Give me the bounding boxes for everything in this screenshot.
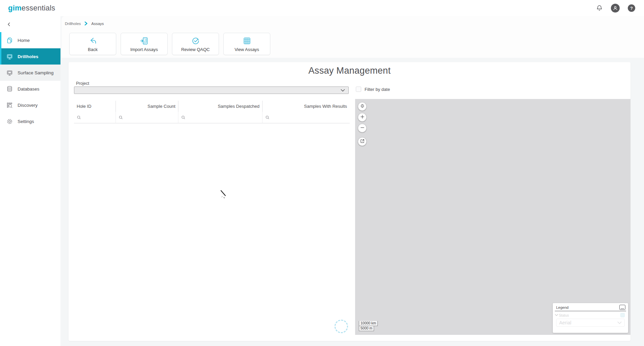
chevron-right-icon [84,21,88,26]
legend-status-label: Status [559,313,620,317]
column-header-sample-count[interactable]: Sample Count [116,101,178,112]
content-area: Drillholes Assays Back [60,16,644,346]
header-card: Drillholes Assays Back [61,16,644,58]
map-scale-km: 10000 km [359,321,378,326]
gear-icon [5,117,14,125]
review-qaqc-button[interactable]: Review QAQC [172,33,219,55]
filter-cell [178,112,262,123]
column-header-hole-id[interactable]: Hole ID [74,101,116,112]
sidebar-item-home[interactable]: Home [0,32,60,48]
app-logo: gimessentials [8,4,55,13]
filter-cell [74,112,116,123]
sidebar: Home Drillholes Surface Sampling [0,16,60,346]
minus-icon [360,125,365,131]
table-filter-row [74,112,350,123]
chevron-left-icon [6,21,12,28]
hole-id-search-input[interactable] [82,115,113,120]
grid-search-icon [5,101,14,109]
sidebar-item-discovery[interactable]: Discovery [0,97,60,113]
filter-by-date-control[interactable]: Filter by date [356,86,390,92]
search-icon [181,115,185,120]
filter-cell [116,112,178,123]
search-icon [119,115,123,120]
map-open-external-button[interactable] [358,137,367,146]
sidebar-item-surface-sampling[interactable]: Surface Sampling [0,65,60,81]
filter-by-date-label: Filter by date [365,87,390,92]
sidebar-item-label: Surface Sampling [18,70,54,75]
user-avatar-icon [611,4,620,13]
button-label: Import Assays [130,47,158,52]
user-avatar-button[interactable] [611,4,620,13]
logo-secondary: essentials [22,4,55,12]
pages-icon [5,36,14,44]
map-controls [358,102,367,148]
loading-spinner [335,320,348,333]
database-icon [5,85,14,93]
import-assays-button[interactable]: Import Assays [121,33,168,55]
map-legend-panel: Legend Status Aerial [553,303,628,333]
table-header-row: Hole ID Sample Count Samples Despatched … [74,101,350,112]
sidebar-item-settings[interactable]: Settings [0,113,60,129]
button-label: Back [88,47,98,52]
table-grid-icon [243,36,251,46]
project-select[interactable] [74,86,349,94]
chevron-down-icon [617,321,622,324]
search-icon [77,115,81,120]
legend-minimize-button[interactable] [619,305,625,310]
basemap-select[interactable]: Aerial [556,319,625,327]
column-header-samples-with-results[interactable]: Samples With Results [262,101,350,112]
sidebar-item-drillholes[interactable]: Drillholes [0,48,60,65]
help-icon: ? [628,4,635,12]
legend-header: Legend [553,303,628,311]
monitor-icon [5,69,14,77]
monitor-icon [5,52,14,60]
sidebar-item-databases[interactable]: Databases [0,81,60,97]
sidebar-collapse-button[interactable] [4,20,14,30]
sidebar-item-label: Home [18,38,30,43]
app-window: gimessentials ? [0,0,644,346]
filter-cell [262,112,350,123]
assays-table: Hole ID Sample Count Samples Despatched … [74,101,350,123]
filter-by-date-checkbox[interactable] [356,86,361,92]
import-document-icon [140,36,149,46]
back-arrow-icon [89,36,97,46]
bell-icon [596,5,603,11]
notifications-button[interactable] [596,5,603,11]
sidebar-item-label: Settings [18,119,34,124]
legend-status-checkbox[interactable] [620,313,625,317]
sidebar-item-label: Discovery [18,103,38,108]
check-circle-icon [191,36,200,46]
assay-management-panel: Assay Management Project Filter by date … [69,62,630,341]
sample-count-search-input[interactable] [124,115,175,120]
toolbar: Back Import Assays [69,33,270,55]
breadcrumb: Drillholes Assays [61,16,644,26]
top-bar: gimessentials ? [0,0,644,16]
legend-title: Legend [556,305,569,310]
map-zoom-out-button[interactable] [358,124,367,132]
button-label: Review QAQC [181,47,210,52]
page-title: Assay Management [69,66,630,76]
samples-with-results-search-input[interactable] [271,115,347,120]
legend-status-row[interactable]: Status [553,311,628,317]
map-zoom-in-button[interactable] [358,113,367,122]
map-panel[interactable]: 10000 km 5000 m Legend Status [355,99,630,335]
samples-despatched-search-input[interactable] [187,115,259,120]
map-scale-m: 5000 m [359,326,374,331]
basemap-select-value: Aerial [559,320,571,325]
back-button[interactable]: Back [69,33,116,55]
column-header-samples-despatched[interactable]: Samples Despatched [178,101,262,112]
chevron-down-icon [555,314,558,316]
sidebar-item-label: Databases [18,86,40,92]
help-button[interactable]: ? [628,4,635,12]
map-fit-extent-button[interactable] [358,102,367,111]
breadcrumb-assays[interactable]: Assays [91,22,104,26]
project-label: Project [76,81,89,86]
view-assays-button[interactable]: View Assays [223,33,270,55]
plus-icon [360,114,365,120]
breadcrumb-drillholes[interactable]: Drillholes [65,22,81,26]
logo-primary: gim [8,4,22,12]
sidebar-nav: Home Drillholes Surface Sampling [0,32,60,129]
button-label: View Assays [234,47,259,52]
external-link-icon [360,139,365,145]
sidebar-item-label: Drillholes [18,54,39,59]
